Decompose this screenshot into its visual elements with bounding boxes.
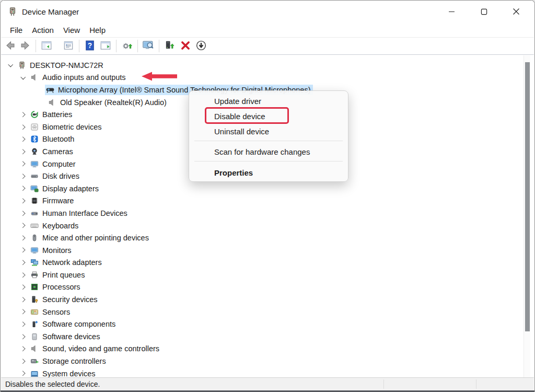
- bluetooth-icon: [30, 135, 39, 143]
- disable-device-button[interactable]: [194, 39, 208, 53]
- tree-item-system-devices[interactable]: System devices: [1, 367, 534, 377]
- show-action-pane-button[interactable]: [98, 39, 113, 53]
- status-text: Disables the selected device.: [5, 380, 100, 388]
- tree-item-processors[interactable]: Processors: [1, 281, 534, 294]
- device-update-icon: [164, 40, 176, 53]
- chevron-right-icon[interactable]: [19, 332, 27, 341]
- properties-toolbar-button[interactable]: [61, 39, 76, 53]
- svg-text:?: ?: [88, 42, 92, 50]
- tree-item-display-adapters[interactable]: Display adapters: [1, 182, 534, 195]
- status-bar-separator: [476, 379, 476, 389]
- toolbar-separator: [79, 40, 79, 52]
- context-menu: Update driver Disable device Uninstall d…: [189, 90, 348, 182]
- tree-item-audio-inputs-outputs[interactable]: Audio inputs and outputs: [1, 72, 534, 84]
- device-manager-window: Device Manager File Action View Help ?: [0, 0, 535, 392]
- context-menu-uninstall-device[interactable]: Uninstall device: [214, 125, 343, 139]
- scan-hardware-changes-button[interactable]: [141, 39, 156, 53]
- speaker-icon: [48, 98, 56, 107]
- cameras-icon: [30, 147, 39, 156]
- back-icon: [5, 40, 16, 53]
- down-arrow-circle-icon: [195, 40, 207, 53]
- context-menu-properties[interactable]: Properties: [214, 166, 343, 180]
- scrollbar-thumb[interactable]: [525, 62, 530, 331]
- tree-item-mice[interactable]: Mice and other pointing devices: [1, 232, 534, 244]
- chevron-right-icon[interactable]: [19, 320, 27, 328]
- chevron-right-icon[interactable]: [19, 308, 27, 316]
- toolbar-separator: [159, 40, 159, 52]
- speaker-icon: [30, 73, 39, 82]
- window-title: Device Manager: [22, 7, 79, 16]
- tree-item-security-devices[interactable]: Security devices: [1, 293, 534, 306]
- chevron-down-icon[interactable]: [19, 73, 27, 82]
- chevron-right-icon[interactable]: [19, 110, 27, 119]
- chevron-right-icon[interactable]: [19, 172, 27, 180]
- close-button[interactable]: [500, 1, 532, 22]
- tree-item-software-components[interactable]: Software components: [1, 318, 534, 330]
- chevron-right-icon[interactable]: [19, 209, 27, 217]
- toolbar-separator: [137, 40, 138, 52]
- context-menu-scan-hardware[interactable]: Scan for hardware changes: [214, 145, 343, 159]
- toolbar-separator: [116, 40, 117, 52]
- tree-item-print-queues[interactable]: Print queues: [1, 269, 534, 281]
- chevron-right-icon[interactable]: [19, 271, 27, 279]
- chevron-right-icon[interactable]: [19, 123, 27, 131]
- chevron-right-icon[interactable]: [19, 147, 27, 156]
- display-adapters-icon: [30, 185, 39, 193]
- title-bar: Device Manager: [1, 1, 534, 22]
- tree-item-monitors[interactable]: Monitors: [1, 244, 534, 257]
- update-driver-button[interactable]: [162, 39, 177, 53]
- tree-item-firmware[interactable]: Firmware: [1, 195, 534, 207]
- chevron-right-icon[interactable]: [19, 185, 27, 193]
- context-menu-disable-device[interactable]: Disable device: [214, 110, 343, 123]
- forward-button[interactable]: [18, 39, 32, 53]
- minimize-button[interactable]: [435, 1, 468, 22]
- chevron-right-icon[interactable]: [19, 370, 27, 377]
- uninstall-device-button[interactable]: [178, 39, 193, 53]
- gear-update-icon: [121, 40, 133, 53]
- chevron-right-icon[interactable]: [19, 246, 27, 255]
- maximize-icon: [481, 8, 487, 15]
- chevron-right-icon[interactable]: [19, 357, 27, 365]
- toolbar-separator: [36, 40, 36, 52]
- menu-action[interactable]: Action: [27, 24, 59, 36]
- update-driver-settings-button[interactable]: [120, 39, 134, 53]
- tree-item-network-adapters[interactable]: Network adapters: [1, 257, 534, 269]
- tree-item-computer-root[interactable]: DESKTOP-NMJC72R: [1, 59, 534, 72]
- chevron-down-icon[interactable]: [6, 61, 15, 70]
- tree-item-storage-controllers[interactable]: Storage controllers: [1, 355, 534, 367]
- chevron-right-icon[interactable]: [19, 283, 27, 291]
- tree-item-sensors[interactable]: Sensors: [1, 306, 534, 318]
- chevron-right-icon[interactable]: [19, 234, 27, 242]
- help-toolbar-button[interactable]: ?: [83, 39, 97, 53]
- action-pane-icon: [100, 40, 111, 53]
- chevron-right-icon[interactable]: [19, 197, 27, 205]
- microphone-array-icon: [46, 86, 54, 94]
- tree-item-human-interface-devices[interactable]: Human Interface Devices: [1, 207, 534, 220]
- status-bar-separator: [383, 379, 384, 389]
- tree-item-keyboards[interactable]: Keyboards: [1, 220, 534, 232]
- back-button[interactable]: [3, 39, 18, 53]
- processors-icon: [30, 283, 39, 291]
- chevron-right-icon[interactable]: [19, 344, 27, 353]
- context-menu-update-driver[interactable]: Update driver: [214, 95, 343, 108]
- menu-view[interactable]: View: [59, 24, 85, 36]
- keyboards-icon: [30, 222, 39, 230]
- tree-item-sound-controllers[interactable]: Sound, video and game controllers: [1, 343, 534, 355]
- vertical-scrollbar[interactable]: [524, 55, 530, 377]
- maximize-button[interactable]: [468, 1, 500, 22]
- chevron-right-icon[interactable]: [19, 258, 27, 267]
- chevron-right-icon[interactable]: [19, 135, 27, 143]
- tree-item-software-devices[interactable]: Software devices: [1, 330, 534, 343]
- show-console-tree-button[interactable]: [39, 39, 54, 53]
- menu-help[interactable]: Help: [85, 24, 110, 36]
- chevron-right-icon[interactable]: [19, 160, 27, 168]
- chevron-right-icon[interactable]: [19, 295, 27, 304]
- menu-file[interactable]: File: [5, 24, 27, 36]
- context-menu-separator: [194, 141, 343, 141]
- chevron-right-icon[interactable]: [19, 222, 27, 230]
- software-devices-icon: [30, 332, 39, 341]
- firmware-icon: [30, 197, 39, 205]
- desktop-computer-icon: [18, 61, 26, 70]
- sensors-icon: [30, 308, 39, 316]
- toolbar: ?: [1, 37, 534, 55]
